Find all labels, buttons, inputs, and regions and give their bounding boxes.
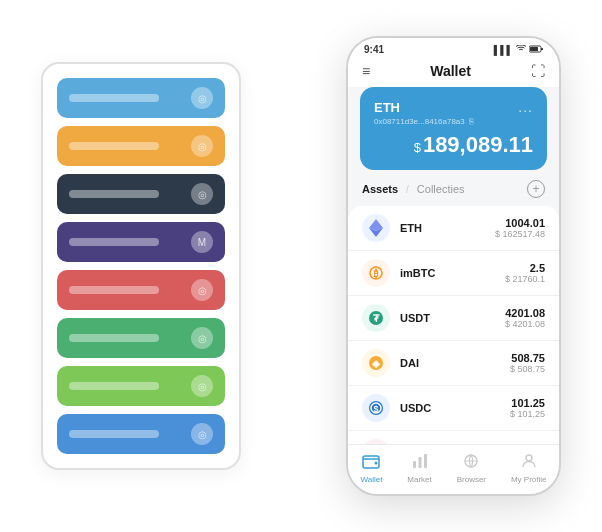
usdt-usd: $ 4201.08	[505, 319, 545, 329]
imbtc-icon: ₿	[362, 259, 390, 287]
usdc-usd: $ 101.25	[510, 409, 545, 419]
dai-usd: $ 508.75	[510, 364, 545, 374]
usdt-amount: 4201.08	[505, 307, 545, 319]
wallet-title: Wallet	[430, 63, 471, 79]
eth-card-header: ETH ...	[374, 99, 533, 115]
card-label-bar	[69, 286, 159, 294]
asset-name-dai: DAI	[400, 357, 510, 369]
asset-list: ETH 1004.01 $ 162517.48 ₿ imBTC 2.5 $ 21…	[348, 206, 559, 444]
card-1[interactable]: ◎	[57, 78, 225, 118]
card-label-bar	[69, 430, 159, 438]
card-icon: M	[191, 231, 213, 253]
asset-amounts-usdt: 4201.08 $ 4201.08	[505, 307, 545, 329]
svg-rect-17	[418, 457, 421, 468]
imbtc-usd: $ 21760.1	[505, 274, 545, 284]
card-label-bar	[69, 382, 159, 390]
eth-icon	[362, 214, 390, 242]
asset-item-imbtc[interactable]: ₿ imBTC 2.5 $ 21760.1	[348, 251, 559, 296]
phone-body: ETH ... 0x08711d3e...8416a78a3 ⎘ $189,08…	[348, 87, 559, 444]
svg-point-15	[375, 462, 378, 465]
card-6[interactable]: ◎	[57, 318, 225, 358]
asset-item-usdt[interactable]: ₮ USDT 4201.08 $ 4201.08	[348, 296, 559, 341]
card-stack: ◎ ◎ ◎ M ◎ ◎ ◎ ◎	[41, 62, 241, 470]
dai-icon: ◈	[362, 349, 390, 377]
copy-icon[interactable]: ⎘	[469, 117, 474, 126]
eth-usd: $ 162517.48	[495, 229, 545, 239]
tab-divider: /	[406, 184, 409, 195]
tab-assets[interactable]: Assets	[362, 183, 398, 195]
dollar-sign: $	[414, 140, 421, 155]
svg-text:$: $	[373, 404, 378, 414]
scene: ◎ ◎ ◎ M ◎ ◎ ◎ ◎	[11, 11, 591, 521]
wallet-nav-label: Wallet	[360, 475, 382, 484]
nav-wallet[interactable]: Wallet	[360, 453, 382, 484]
asset-item-dai[interactable]: ◈ DAI 508.75 $ 508.75	[348, 341, 559, 386]
phone: 9:41 ▌▌▌ ≡ Wallet ⛶ ETH ...	[346, 36, 561, 496]
browser-nav-icon	[462, 453, 480, 473]
card-icon: ◎	[191, 135, 213, 157]
asset-name-eth: ETH	[400, 222, 495, 234]
market-nav-icon	[411, 453, 429, 473]
profile-nav-icon	[520, 453, 538, 473]
wallet-nav-icon	[362, 453, 380, 473]
asset-name-usdt: USDT	[400, 312, 505, 324]
asset-item-tft[interactable]: TFT 13 0	[348, 431, 559, 444]
card-icon: ◎	[191, 87, 213, 109]
card-3[interactable]: ◎	[57, 174, 225, 214]
usdc-icon: $	[362, 394, 390, 422]
tab-collectibles[interactable]: Collecties	[417, 183, 465, 195]
card-icon: ◎	[191, 327, 213, 349]
card-label-bar	[69, 334, 159, 342]
eth-amount: 1004.01	[495, 217, 545, 229]
assets-tabs: Assets / Collecties	[362, 183, 465, 195]
eth-card[interactable]: ETH ... 0x08711d3e...8416a78a3 ⎘ $189,08…	[360, 87, 547, 170]
svg-text:◈: ◈	[371, 358, 381, 369]
svg-rect-16	[413, 461, 416, 468]
svg-text:₮: ₮	[373, 313, 380, 324]
nav-profile[interactable]: My Profile	[511, 453, 547, 484]
eth-card-more[interactable]: ...	[518, 99, 533, 115]
eth-card-title: ETH	[374, 100, 400, 115]
card-icon: ◎	[191, 279, 213, 301]
battery-icon	[529, 45, 543, 55]
expand-icon[interactable]: ⛶	[531, 63, 545, 79]
svg-rect-18	[424, 454, 427, 468]
usdc-amount: 101.25	[510, 397, 545, 409]
bottom-nav: Wallet Market Browser My Profile	[348, 444, 559, 494]
usdt-icon: ₮	[362, 304, 390, 332]
card-icon: ◎	[191, 183, 213, 205]
browser-nav-label: Browser	[457, 475, 486, 484]
card-8[interactable]: ◎	[57, 414, 225, 454]
menu-icon[interactable]: ≡	[362, 63, 370, 79]
asset-amounts-eth: 1004.01 $ 162517.48	[495, 217, 545, 239]
card-icon: ◎	[191, 423, 213, 445]
svg-rect-1	[541, 48, 543, 50]
card-2[interactable]: ◎	[57, 126, 225, 166]
asset-item-eth[interactable]: ETH 1004.01 $ 162517.48	[348, 206, 559, 251]
svg-rect-2	[530, 47, 538, 51]
asset-amounts-usdc: 101.25 $ 101.25	[510, 397, 545, 419]
card-label-bar	[69, 142, 159, 150]
eth-card-balance: $189,089.11	[374, 132, 533, 158]
signal-icon: ▌▌▌	[494, 45, 513, 55]
asset-name-imbtc: imBTC	[400, 267, 505, 279]
card-5[interactable]: ◎	[57, 270, 225, 310]
add-asset-button[interactable]: +	[527, 180, 545, 198]
nav-market[interactable]: Market	[407, 453, 431, 484]
eth-card-address: 0x08711d3e...8416a78a3 ⎘	[374, 117, 533, 126]
asset-amounts-dai: 508.75 $ 508.75	[510, 352, 545, 374]
asset-name-usdc: USDC	[400, 402, 510, 414]
market-nav-label: Market	[407, 475, 431, 484]
phone-header: ≡ Wallet ⛶	[348, 59, 559, 87]
status-time: 9:41	[364, 44, 384, 55]
card-label-bar	[69, 94, 159, 102]
asset-item-usdc[interactable]: $ USDC 101.25 $ 101.25	[348, 386, 559, 431]
card-7[interactable]: ◎	[57, 366, 225, 406]
nav-browser[interactable]: Browser	[457, 453, 486, 484]
status-icons: ▌▌▌	[494, 45, 543, 55]
svg-text:₿: ₿	[373, 268, 379, 279]
card-4[interactable]: M	[57, 222, 225, 262]
card-icon: ◎	[191, 375, 213, 397]
asset-amounts-imbtc: 2.5 $ 21760.1	[505, 262, 545, 284]
svg-point-20	[526, 455, 532, 461]
